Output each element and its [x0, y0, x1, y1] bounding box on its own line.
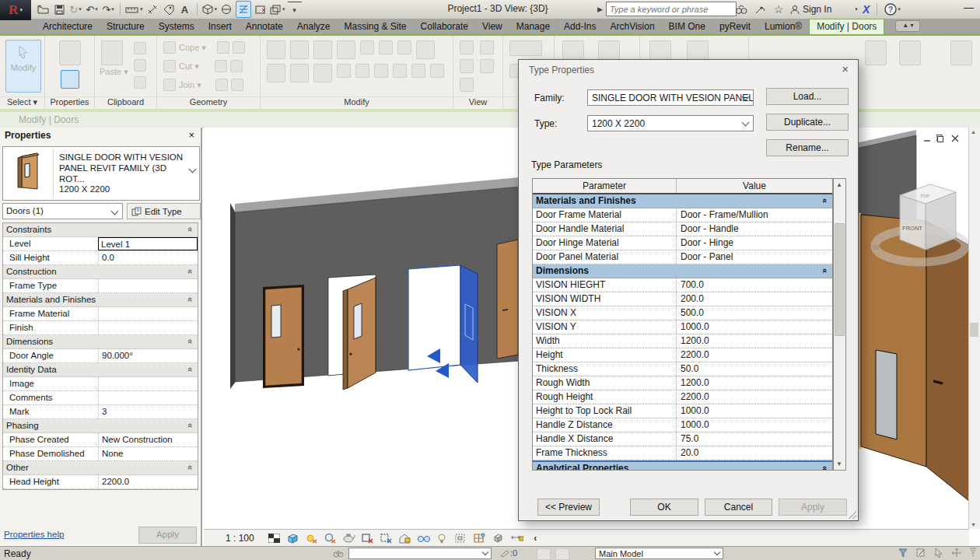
- copy-to-clipboard-icon[interactable]: [134, 59, 146, 72]
- close-hidden-windows-icon[interactable]: [254, 2, 268, 17]
- type-dropdown[interactable]: 1200 X 2200: [587, 115, 754, 131]
- rotate-icon[interactable]: [290, 64, 309, 82]
- align-icon[interactable]: [267, 40, 285, 59]
- preview-button[interactable]: << Preview: [537, 499, 600, 516]
- unjoin-icon[interactable]: [215, 79, 228, 91]
- array-icon[interactable]: [337, 64, 351, 78]
- select-pinned-icon[interactable]: [933, 548, 944, 560]
- cut-to-clipboard-icon[interactable]: [134, 42, 146, 54]
- filter-selection-icon[interactable]: [969, 548, 977, 560]
- exclude-options-icon[interactable]: [898, 548, 908, 560]
- application-menu-button[interactable]: R▾: [0, 0, 31, 20]
- tab-view[interactable]: View: [475, 19, 509, 34]
- view-scale-button[interactable]: 1 : 100: [226, 533, 254, 544]
- exchange-apps-icon[interactable]: X: [863, 3, 870, 16]
- selected-door-leaf[interactable]: [460, 265, 478, 383]
- dialog-close-icon[interactable]: ×: [842, 62, 849, 75]
- parameter-group-header[interactable]: Identity Data«: [3, 363, 198, 377]
- constraints-display-icon[interactable]: [510, 531, 523, 544]
- scroll-down-icon[interactable]: ▼: [971, 522, 976, 527]
- type-properties-icon[interactable]: [59, 40, 81, 65]
- trim-extend-icon[interactable]: [313, 64, 332, 82]
- parameter-value[interactable]: None: [98, 447, 198, 460]
- parameter-value[interactable]: [98, 321, 198, 334]
- temporary-view-properties-icon[interactable]: [454, 531, 467, 544]
- family-dropdown[interactable]: SINGLE DOOR WITH VESION PANEL REV: [587, 89, 754, 106]
- tab-pyrevit[interactable]: pyRevit: [712, 19, 758, 34]
- window-minimize-button[interactable]: —: [964, 2, 974, 13]
- viewcube-west-label[interactable]: W: [873, 243, 880, 251]
- table-scrollbar-thumb[interactable]: [835, 223, 845, 336]
- rename-button[interactable]: Rename...: [766, 139, 849, 156]
- viewcube-south-label[interactable]: S: [918, 264, 922, 272]
- offset-icon[interactable]: [290, 40, 309, 59]
- tab-annotate[interactable]: Annotate: [239, 19, 290, 34]
- table-scroll-up-icon[interactable]: ▲: [836, 181, 842, 188]
- search-icon[interactable]: [734, 2, 748, 17]
- host-tool-icon[interactable]: [899, 40, 921, 65]
- editing-requests-icon[interactable]: :0: [500, 548, 517, 558]
- tag-icon[interactable]: [162, 2, 176, 17]
- copy-icon[interactable]: [267, 64, 285, 82]
- parameter-value[interactable]: 1200.0: [677, 376, 832, 390]
- partial-door-leaf[interactable]: [497, 240, 518, 359]
- lightbulb-icon[interactable]: [460, 40, 474, 54]
- open-file-icon[interactable]: [36, 2, 50, 17]
- demolish-icon[interactable]: [230, 60, 243, 72]
- view-close-icon[interactable]: [950, 134, 960, 145]
- parameter-value[interactable]: 700.0: [677, 278, 832, 292]
- dialog-title-bar[interactable]: Type Properties ×: [519, 60, 858, 80]
- closed-door-leaf[interactable]: [265, 287, 302, 386]
- parameter-value[interactable]: Door - Handle: [677, 222, 832, 236]
- viewport-vertical-scrollbar[interactable]: ▲ ▼: [968, 128, 980, 529]
- wall-joins-icon[interactable]: [231, 79, 243, 91]
- lock-3d-view-icon[interactable]: [398, 531, 411, 544]
- shaded-mode-icon[interactable]: [286, 531, 299, 544]
- paint-icon[interactable]: [233, 41, 245, 54]
- door-tool-icon[interactable]: [865, 40, 887, 65]
- edit-type-button[interactable]: Edit Type: [127, 203, 201, 219]
- design-options-icon[interactable]: [555, 548, 569, 560]
- paste-icon[interactable]: [101, 40, 123, 65]
- worksharing-display-icon[interactable]: [492, 531, 505, 544]
- move-icon[interactable]: [416, 40, 435, 59]
- rendering-dialog-icon[interactable]: [342, 531, 355, 544]
- cut-geometry-icon[interactable]: [163, 60, 176, 72]
- parameter-value[interactable]: 50.0: [677, 362, 832, 376]
- view-restore-icon[interactable]: [936, 134, 946, 145]
- section-icon[interactable]: [219, 2, 233, 17]
- cope-icon[interactable]: [163, 41, 176, 54]
- unpin-icon[interactable]: [397, 40, 411, 54]
- measure-icon[interactable]: ▾: [125, 2, 143, 17]
- cancel-button[interactable]: Cancel: [705, 499, 772, 516]
- shadows-icon[interactable]: [324, 531, 337, 544]
- design-option-dropdown[interactable]: Main Model: [595, 548, 723, 559]
- drag-on-selection-icon[interactable]: [951, 548, 962, 560]
- panel-label-properties[interactable]: Properties: [45, 96, 94, 109]
- panel-label-modify[interactable]: Modify: [261, 96, 453, 109]
- parameter-value[interactable]: 500.0: [677, 306, 832, 320]
- trim-single-icon[interactable]: [393, 64, 407, 78]
- options-tool-icon[interactable]: [950, 40, 972, 65]
- parameter-value[interactable]: 1000.0: [677, 418, 832, 432]
- favorites-icon[interactable]: ☆: [772, 2, 786, 17]
- table-scroll-down-icon[interactable]: ▼: [836, 460, 842, 467]
- join-label[interactable]: Join ▾: [179, 80, 201, 90]
- search-expand-icon[interactable]: ▶: [597, 5, 603, 13]
- parameter-value[interactable]: 2200.0: [98, 475, 198, 488]
- delete-icon[interactable]: [430, 64, 444, 78]
- collapse-chevron-icon[interactable]: «: [186, 269, 195, 274]
- parameter-value[interactable]: [98, 391, 198, 404]
- cut-label[interactable]: Cut ▾: [179, 61, 199, 72]
- element-filter-dropdown[interactable]: Doors (1): [2, 203, 123, 219]
- panel-label-clipboard[interactable]: Clipboard: [95, 96, 156, 109]
- parameter-group-header[interactable]: Dimensions«: [3, 335, 198, 349]
- collapse-chevron-icon[interactable]: «: [186, 339, 195, 344]
- duplicate-button[interactable]: Duplicate...: [766, 114, 849, 131]
- switch-windows-icon[interactable]: ▾: [270, 2, 285, 17]
- ok-button[interactable]: OK: [630, 499, 698, 516]
- paste-label[interactable]: Paste ▾: [100, 67, 128, 77]
- collapse-chevron-icon[interactable]: «: [821, 268, 830, 273]
- tab-archvision[interactable]: ArchVision: [603, 19, 661, 34]
- match-type-icon[interactable]: [134, 76, 146, 89]
